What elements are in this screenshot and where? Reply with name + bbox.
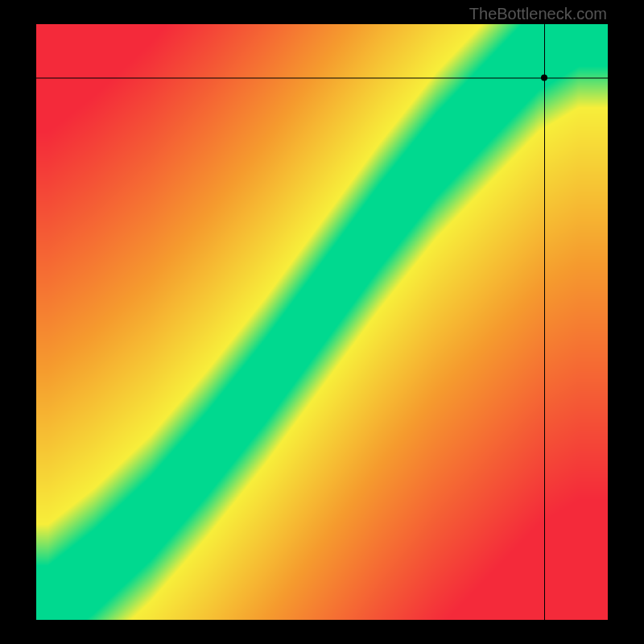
heatmap-plot bbox=[36, 24, 608, 620]
chart-container: TheBottleneck.com bbox=[0, 0, 644, 644]
watermark-text: TheBottleneck.com bbox=[469, 5, 607, 23]
heatmap-canvas bbox=[36, 24, 608, 620]
